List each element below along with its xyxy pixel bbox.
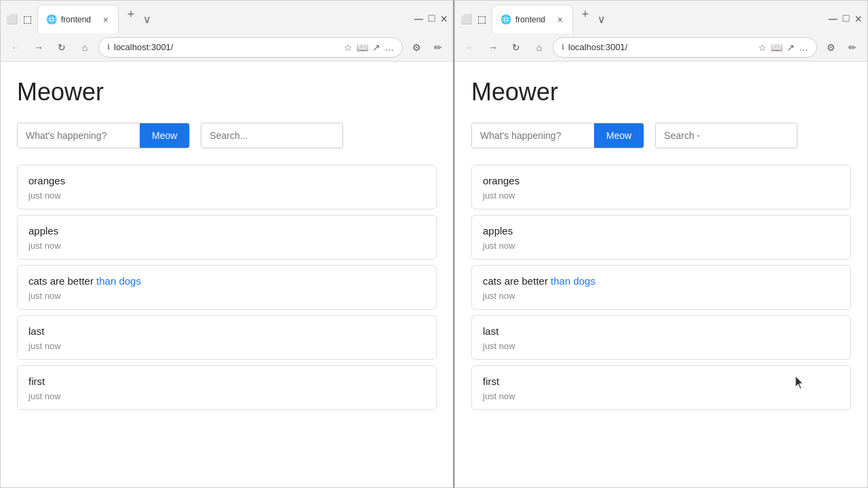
left-new-tab-button[interactable]: + — [121, 5, 140, 24]
right-addr-actions: ☆ 📖 ↗ … — [758, 42, 808, 53]
right-post-time-oranges: just now — [483, 190, 840, 201]
left-url-text: localhost:3001/ — [114, 42, 340, 52]
left-more-icon[interactable]: … — [384, 42, 394, 53]
left-highlight-than: than — [96, 275, 116, 287]
right-refresh-button[interactable]: ↻ — [507, 38, 526, 57]
left-browser: ⬜ ⬚ 🌐 frontend × + ∨ ─ □ × ← → ↻ ⌂ ℹ loc… — [0, 0, 454, 488]
left-post-input[interactable] — [18, 123, 140, 148]
right-highlight-dogs: dogs — [573, 275, 595, 287]
right-new-tab-button[interactable]: + — [576, 5, 595, 24]
right-tab-bar: 🌐 frontend × + ∨ — [492, 5, 826, 33]
left-post-first: first just now — [17, 365, 437, 410]
left-search-input[interactable] — [201, 123, 343, 148]
right-post-text-first: first — [483, 374, 840, 388]
left-bookmark-icon[interactable]: ☆ — [344, 42, 353, 53]
right-post-text-last: last — [483, 324, 840, 338]
right-window-controls: ⬜ ⬚ — [460, 14, 486, 24]
left-post-text-cats: cats are better than dogs — [28, 274, 425, 288]
right-window-min-max-close: ─ □ × — [829, 12, 862, 26]
right-post-apples: apples just now — [471, 215, 851, 260]
right-tab-more[interactable]: ∨ — [595, 5, 608, 33]
right-search-input[interactable] — [655, 123, 797, 148]
left-post-oranges: oranges just now — [17, 165, 437, 209]
right-forward-button[interactable]: → — [484, 38, 502, 57]
right-extensions-btn[interactable]: ⚙ — [821, 38, 840, 57]
left-tab-close[interactable]: × — [102, 14, 110, 25]
right-tab-browser-icon: 🌐 — [500, 14, 511, 24]
right-input-row: Meow — [471, 123, 851, 148]
right-post-time-cats: just now — [483, 291, 840, 301]
right-title-bar: ⬜ ⬚ 🌐 frontend × + ∨ ─ □ × — [455, 1, 867, 33]
left-tab-frontend[interactable]: 🌐 frontend × — [37, 5, 119, 33]
right-post-time-last: just now — [483, 341, 840, 351]
left-window-controls: ⬜ ⬚ — [6, 14, 32, 24]
left-post-text-oranges: oranges — [28, 174, 425, 188]
right-app-title: Meower — [471, 78, 851, 106]
left-tab-browser-icon: 🌐 — [46, 14, 57, 24]
right-bookmark-icon[interactable]: ☆ — [758, 42, 767, 53]
left-input-row: Meow — [17, 123, 437, 148]
right-tab-icon: ⬜ — [460, 14, 472, 24]
left-title-bar: ⬜ ⬚ 🌐 frontend × + ∨ ─ □ × — [1, 1, 453, 33]
right-close-btn[interactable]: × — [854, 12, 862, 26]
left-post-apples: apples just now — [17, 215, 437, 260]
left-forward-button[interactable]: → — [29, 38, 48, 57]
left-back-button[interactable]: ← — [6, 38, 25, 57]
right-posts-list: oranges just now apples just now cats ar… — [471, 165, 851, 410]
right-post-time-first: just now — [483, 391, 840, 401]
left-posts-list: oranges just now apples just now cats ar… — [17, 165, 437, 410]
right-tab-title: frontend — [515, 15, 552, 24]
left-refresh-button[interactable]: ↻ — [52, 38, 71, 57]
left-page-content: Meower Meow oranges just now apples just… — [1, 62, 453, 487]
right-maximize-btn[interactable]: □ — [843, 12, 850, 26]
left-tab-more[interactable]: ∨ — [140, 5, 154, 33]
left-meow-button[interactable]: Meow — [140, 123, 189, 148]
right-address-bar[interactable]: ℹ localhost:3001/ ☆ 📖 ↗ … — [553, 37, 817, 58]
left-nav-extra: ⚙ ✏ — [407, 38, 448, 57]
left-annotate-btn[interactable]: ✏ — [429, 38, 448, 57]
right-post-cats: cats are better than dogs just now — [471, 265, 851, 310]
right-post-input[interactable] — [472, 123, 594, 148]
left-close-btn[interactable]: × — [440, 12, 448, 26]
right-annotate-btn[interactable]: ✏ — [843, 38, 862, 57]
right-post-last: last just now — [471, 315, 851, 360]
left-post-time-cats: just now — [28, 291, 425, 301]
right-nav-bar: ← → ↻ ⌂ ℹ localhost:3001/ ☆ 📖 ↗ … ⚙ ✏ — [455, 33, 867, 62]
right-post-time-apples: just now — [483, 241, 840, 251]
right-post-first: first just now — [471, 365, 851, 410]
left-post-last: last just now — [17, 315, 437, 360]
left-extensions-btn[interactable]: ⚙ — [407, 38, 426, 57]
left-post-text-first: first — [28, 374, 425, 388]
right-lock-icon: ℹ — [561, 43, 564, 52]
right-share-icon[interactable]: ↗ — [787, 42, 795, 53]
right-tab-icon2: ⬚ — [477, 14, 486, 24]
left-share-icon[interactable]: ↗ — [372, 42, 380, 53]
right-tab-close[interactable]: × — [556, 14, 564, 25]
left-reader-icon[interactable]: 📖 — [357, 42, 368, 53]
left-post-time-last: just now — [28, 341, 425, 351]
left-maximize-btn[interactable]: □ — [429, 12, 435, 26]
right-post-oranges: oranges just now — [471, 165, 851, 209]
right-post-text-cats: cats are better than dogs — [483, 274, 840, 288]
left-lock-icon: ℹ — [107, 43, 110, 52]
left-address-bar[interactable]: ℹ localhost:3001/ ☆ 📖 ↗ … — [98, 37, 403, 58]
right-tab-frontend[interactable]: 🌐 frontend × — [492, 5, 573, 33]
right-home-button[interactable]: ⌂ — [530, 38, 549, 57]
left-post-text-last: last — [28, 324, 425, 338]
left-tab-bar: 🌐 frontend × + ∨ — [37, 5, 412, 33]
right-meow-button[interactable]: Meow — [594, 123, 644, 148]
left-nav-bar: ← → ↻ ⌂ ℹ localhost:3001/ ☆ 📖 ↗ … ⚙ ✏ — [1, 33, 453, 62]
left-tab-icon: ⬜ — [6, 14, 18, 24]
left-minimize-btn[interactable]: ─ — [414, 12, 423, 26]
left-tab-icon2: ⬚ — [23, 14, 32, 24]
left-tab-title: frontend — [61, 15, 98, 24]
right-reader-icon[interactable]: 📖 — [771, 42, 783, 53]
right-url-text: localhost:3001/ — [568, 42, 754, 52]
right-more-icon[interactable]: … — [799, 42, 808, 53]
left-post-text-apples: apples — [28, 224, 425, 238]
left-home-button[interactable]: ⌂ — [75, 38, 94, 57]
right-back-button[interactable]: ← — [460, 38, 479, 57]
right-minimize-btn[interactable]: ─ — [829, 12, 837, 26]
left-highlight-dogs: dogs — [119, 275, 141, 287]
right-post-text-apples: apples — [483, 224, 840, 238]
